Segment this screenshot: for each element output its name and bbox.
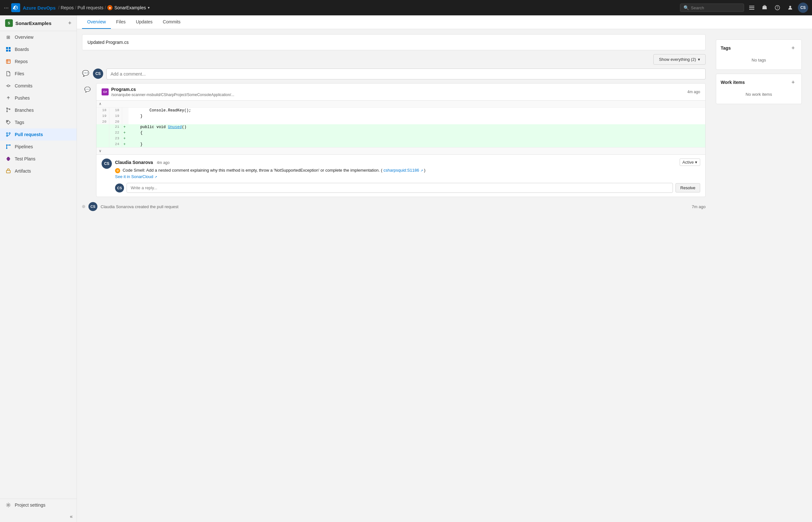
- diff-line-22: 22 + {: [96, 130, 705, 136]
- search-input[interactable]: [691, 5, 740, 10]
- sidebar-item-pipelines[interactable]: Pipelines: [0, 141, 77, 153]
- sidebar-label-pipelines: Pipelines: [15, 144, 33, 149]
- comment-header: Claudia Sonarova 4m ago Active ▾: [115, 159, 700, 166]
- sidebar-label-tags: Tags: [15, 120, 24, 125]
- collapse-button[interactable]: «: [70, 514, 73, 519]
- repos-link[interactable]: Repos: [61, 5, 73, 10]
- unused-link[interactable]: Unused: [168, 125, 182, 129]
- svg-rect-8: [6, 49, 8, 52]
- nav-right: 🔍 ? CS: [680, 3, 808, 13]
- code-diff: ∧ 18 18 Console.ReadKey();: [96, 101, 705, 154]
- sidebar-item-commits[interactable]: Commits: [0, 80, 77, 92]
- pr-event-time: 7m ago: [692, 204, 705, 209]
- link1-text: csharpsquid:S1186: [384, 168, 419, 173]
- updated-file-text: Updated Program.cs: [88, 40, 129, 45]
- svg-point-25: [8, 504, 9, 506]
- sidebar-item-project-settings[interactable]: Project settings: [0, 499, 77, 511]
- user-icon[interactable]: [785, 3, 795, 13]
- pr-event: CS Claudia Sonarova created the pull req…: [82, 201, 705, 212]
- project-name: SonarExamples: [15, 20, 52, 26]
- current-repo[interactable]: ◆ SonarExamples ▾: [107, 5, 150, 10]
- reply-input[interactable]: [127, 183, 673, 193]
- code-smell-icon: ⊛: [115, 168, 120, 173]
- chevron-down-icon[interactable]: ▾: [148, 5, 150, 10]
- sidebar-label-overview: Overview: [15, 35, 33, 40]
- svg-rect-24: [6, 170, 10, 173]
- comment-line-icon: 💬: [82, 70, 89, 77]
- sidebar-label-pull-requests: Pull requests: [15, 132, 43, 137]
- search-icon: 🔍: [683, 5, 689, 10]
- svg-point-5: [789, 6, 791, 8]
- sidebar-item-test-plans[interactable]: Test Plans: [0, 153, 77, 165]
- pr-event-text: Claudia Sonarova created the pull reques…: [101, 204, 178, 209]
- sidebar-label-repos: Repos: [15, 59, 27, 64]
- sidebar-collapse-area: «: [0, 511, 77, 522]
- help-icon[interactable]: ?: [772, 3, 782, 13]
- sidebar-item-tags[interactable]: Tags: [0, 116, 77, 128]
- sidebar-item-repos[interactable]: Repos: [0, 55, 77, 67]
- file-type-icon: C#: [101, 88, 109, 96]
- svg-point-20: [9, 144, 11, 146]
- collapse-up-icon[interactable]: ∧: [99, 101, 101, 106]
- svg-point-21: [6, 148, 7, 149]
- comment-thread: CS Claudia Sonarova 4m ago: [96, 154, 705, 197]
- tags-icon: [5, 119, 12, 125]
- chevron-down-icon: ▾: [698, 57, 700, 62]
- svg-rect-10: [6, 60, 10, 63]
- sidebar-item-artifacts[interactable]: Artifacts: [0, 165, 77, 177]
- resolve-button[interactable]: Resolve: [676, 183, 700, 193]
- comment-thread-avatar: CS: [101, 159, 112, 169]
- work-items-section-header: Work items +: [721, 78, 797, 86]
- svg-point-15: [7, 121, 8, 122]
- bag-icon[interactable]: [759, 3, 770, 13]
- show-everything-button[interactable]: Show everything (2) ▾: [653, 54, 705, 65]
- add-project-button[interactable]: +: [68, 20, 72, 26]
- work-items-title: Work items: [721, 80, 745, 85]
- tab-overview[interactable]: Overview: [82, 15, 111, 29]
- collapse-down-icon[interactable]: ∨: [99, 148, 101, 154]
- sidebar-item-overview[interactable]: ⊞ Overview: [0, 31, 77, 43]
- file-path: /sonarqube-scanner-msbuild/CSharpProject…: [111, 93, 234, 97]
- sidebar-label-artifacts: Artifacts: [15, 168, 31, 174]
- nav-dots-menu[interactable]: ···: [4, 3, 9, 13]
- sidebar-item-boards[interactable]: Boards: [0, 43, 77, 55]
- add-comment-input[interactable]: [107, 68, 705, 79]
- main-layout: S SonarExamples + ⊞ Overview Boards Repo…: [0, 15, 812, 522]
- sidebar-header: S SonarExamples +: [0, 15, 77, 31]
- diff-line-18: 18 18 Console.ReadKey();: [96, 107, 705, 113]
- sidebar-item-files[interactable]: Files: [0, 67, 77, 80]
- tab-bar: Overview Files Updates Commits: [77, 15, 812, 29]
- project-icon: S: [5, 19, 13, 27]
- tab-commits[interactable]: Commits: [158, 15, 186, 29]
- status-dropdown[interactable]: Active ▾: [680, 159, 700, 166]
- sidebar-item-pull-requests[interactable]: Pull requests: [0, 128, 77, 141]
- file-name: Program.cs: [111, 87, 136, 92]
- csharpsquid-link[interactable]: csharpsquid:S1186 ↗: [382, 168, 424, 173]
- add-tag-button[interactable]: +: [789, 44, 797, 52]
- user-avatar[interactable]: CS: [798, 3, 808, 13]
- pull-requests-link[interactable]: Pull requests: [78, 5, 103, 10]
- test-plans-icon: [5, 156, 12, 162]
- tab-updates[interactable]: Updates: [131, 15, 158, 29]
- tab-files[interactable]: Files: [111, 15, 131, 29]
- code-review-time: 4m ago: [687, 90, 700, 94]
- search-box[interactable]: 🔍: [680, 3, 744, 12]
- sidebar-label-test-plans: Test Plans: [15, 156, 36, 161]
- list-icon[interactable]: [747, 3, 757, 13]
- tags-section: Tags + No tags: [716, 39, 802, 70]
- scroll-area: Updated Program.cs Show everything (2) ▾…: [77, 29, 812, 522]
- top-navigation: ··· Azure DevOps / Repos / Pull requests…: [0, 0, 812, 15]
- sidebar-item-branches[interactable]: Branches: [0, 104, 77, 116]
- svg-rect-22: [7, 145, 9, 145]
- sidebar-item-pushes[interactable]: Pushes: [0, 92, 77, 104]
- current-label: SonarExamples: [114, 5, 146, 10]
- comment-user-info: Claudia Sonarova 4m ago: [115, 160, 170, 165]
- comment-username: Claudia Sonarova: [115, 160, 153, 165]
- file-details: Program.cs /sonarqube-scanner-msbuild/CS…: [111, 87, 234, 97]
- comment-body-text: Code Smell: Add a nested comment explain…: [123, 168, 380, 173]
- sonarcloud-link[interactable]: See it in SonarCloud ↗: [115, 174, 157, 179]
- svg-rect-1: [749, 7, 754, 8]
- svg-rect-0: [749, 6, 754, 6]
- app-logo[interactable]: Azure DevOps: [11, 3, 56, 12]
- add-work-item-button[interactable]: +: [789, 78, 797, 86]
